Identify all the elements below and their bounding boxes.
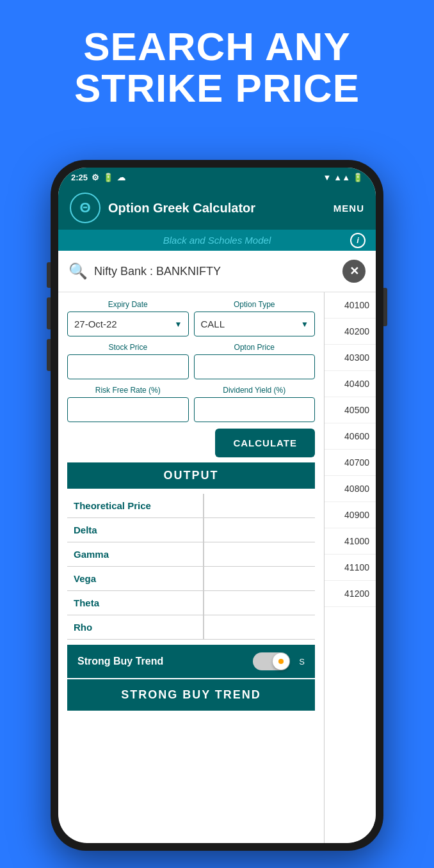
option-price-input[interactable] xyxy=(194,354,316,379)
info-button[interactable]: i xyxy=(350,233,366,248)
form-area: Expiry Date 27-Oct-22 ▼ Option Type xyxy=(58,292,325,843)
status-time: 2:25 xyxy=(71,173,88,182)
rho-value xyxy=(204,615,315,640)
table-row: Vega xyxy=(67,567,315,591)
dividend-yield-col: Dividend Yield (%) xyxy=(194,386,316,422)
list-item[interactable]: 41100 xyxy=(325,555,376,581)
app-title: Option Greek Calculator xyxy=(108,201,326,216)
toggle-thumb xyxy=(273,653,289,670)
output-table: Theoretical Price Delta Gamma xyxy=(67,494,315,640)
expiry-date-col: Expiry Date 27-Oct-22 ▼ xyxy=(67,300,189,336)
table-row: Gamma xyxy=(67,542,315,567)
clear-button[interactable]: ✕ xyxy=(342,260,366,283)
table-row: Rho xyxy=(67,615,315,640)
trend-toggle-bar: Strong Buy Trend S xyxy=(67,645,315,678)
dividend-yield-label: Dividend Yield (%) xyxy=(194,386,316,395)
phone-frame: 2:25 ⚙ 🔋 ☁ ▼ ▲▲ 🔋 Θ Option Greek Calcula… xyxy=(51,160,383,851)
option-type-select[interactable]: CALL PUT xyxy=(194,312,316,336)
theta-label: Theta xyxy=(67,591,204,615)
list-item[interactable]: 40200 xyxy=(325,319,376,345)
list-item[interactable]: 40900 xyxy=(325,502,376,528)
list-item[interactable]: 41200 xyxy=(325,581,376,607)
list-item[interactable]: 40600 xyxy=(325,423,376,450)
expiry-date-dropdown-wrapper: 27-Oct-22 ▼ xyxy=(67,312,189,336)
power-button xyxy=(383,288,387,326)
option-type-col: Option Type CALL PUT ▼ xyxy=(194,300,316,336)
trend-right-text: S xyxy=(299,657,305,667)
expiry-date-select[interactable]: 27-Oct-22 xyxy=(67,312,189,336)
search-input[interactable]: Nifty Bank : BANKNIFTY xyxy=(94,265,336,278)
toggle-dot xyxy=(278,659,284,664)
theta-icon: Θ xyxy=(79,200,90,216)
subtitle-bar: Black and Scholes Model i xyxy=(58,230,376,251)
form-list-container: Expiry Date 27-Oct-22 ▼ Option Type xyxy=(58,292,376,843)
volume-down-button xyxy=(47,297,51,329)
stock-price-col: Stock Price xyxy=(67,343,189,379)
option-type-label: Option Type xyxy=(194,300,316,309)
calculate-button[interactable]: CALCULATE xyxy=(215,429,315,457)
risk-free-rate-input[interactable] xyxy=(67,397,189,422)
table-row: Theoretical Price xyxy=(67,494,315,518)
expiry-date-label: Expiry Date xyxy=(67,300,189,309)
list-item[interactable]: 40500 xyxy=(325,397,376,423)
menu-button[interactable]: MENU xyxy=(334,203,364,214)
subtitle-text: Black and Scholes Model xyxy=(163,235,271,246)
status-cloud-icon: ☁ xyxy=(117,173,125,182)
list-item[interactable]: 40300 xyxy=(325,345,376,371)
hero-line1: SEARCH ANY xyxy=(83,24,351,68)
table-row: Theta xyxy=(67,591,315,615)
list-item[interactable]: 40100 xyxy=(325,292,376,319)
theoretical-price-value xyxy=(204,494,315,518)
trend-toggle-switch[interactable] xyxy=(253,652,290,670)
gamma-label: Gamma xyxy=(67,542,204,567)
vega-value xyxy=(204,567,315,591)
stock-price-label: Stock Price xyxy=(67,343,189,352)
status-bar: 2:25 ⚙ 🔋 ☁ ▼ ▲▲ 🔋 xyxy=(58,168,376,186)
vega-label: Vega xyxy=(67,567,204,591)
theoretical-price-label: Theoretical Price xyxy=(67,494,204,518)
volume-up-button xyxy=(47,262,51,288)
output-header: OUTPUT xyxy=(67,462,315,489)
status-left: 2:25 ⚙ 🔋 ☁ xyxy=(71,173,125,182)
calculate-btn-row: CALCULATE xyxy=(67,429,315,457)
wifi-icon: ▼ xyxy=(323,173,331,182)
rho-label: Rho xyxy=(67,615,204,640)
list-item[interactable]: 40700 xyxy=(325,450,376,476)
list-item[interactable]: 41000 xyxy=(325,528,376,555)
status-right: ▼ ▲▲ 🔋 xyxy=(323,173,363,182)
expiry-option-row: Expiry Date 27-Oct-22 ▼ Option Type xyxy=(67,300,315,336)
delta-label: Delta xyxy=(67,518,204,542)
search-bar: 🔍 Nifty Bank : BANKNIFTY ✕ xyxy=(58,251,376,292)
theta-value xyxy=(204,591,315,615)
signal-icon: ▲▲ xyxy=(334,173,350,182)
app-header: Θ Option Greek Calculator MENU xyxy=(58,186,376,230)
price-list: 4010040200403004040040500406004070040800… xyxy=(325,292,376,843)
hero-line2: STRIKE PRICE xyxy=(74,66,360,110)
battery-icon: 🔋 xyxy=(353,173,363,182)
status-settings-icon: ⚙ xyxy=(92,173,99,182)
list-item[interactable]: 40800 xyxy=(325,476,376,502)
dividend-yield-input[interactable] xyxy=(194,397,316,422)
list-item[interactable]: 40400 xyxy=(325,371,376,397)
gamma-value xyxy=(204,542,315,567)
stock-price-input[interactable] xyxy=(67,354,189,379)
trend-toggle-label: Strong Buy Trend xyxy=(77,656,244,667)
stock-option-price-row: Stock Price Opton Price xyxy=(67,343,315,379)
option-price-col: Opton Price xyxy=(194,343,316,379)
silent-button xyxy=(47,339,51,371)
delta-value xyxy=(204,518,315,542)
hero-heading: SEARCH ANY STRIKE PRICE xyxy=(0,0,434,122)
option-type-dropdown-wrapper: CALL PUT ▼ xyxy=(194,312,316,336)
risk-free-rate-label: Risk Free Rate (%) xyxy=(67,386,189,395)
risk-dividend-row: Risk Free Rate (%) Dividend Yield (%) xyxy=(67,386,315,422)
app-logo: Θ xyxy=(70,193,100,223)
strong-buy-bar[interactable]: STRONG BUY TREND xyxy=(67,679,315,711)
risk-free-rate-col: Risk Free Rate (%) xyxy=(67,386,189,422)
table-row: Delta xyxy=(67,518,315,542)
search-icon: 🔍 xyxy=(68,262,88,280)
status-battery-icon: 🔋 xyxy=(103,173,113,182)
option-price-label: Opton Price xyxy=(194,343,316,352)
